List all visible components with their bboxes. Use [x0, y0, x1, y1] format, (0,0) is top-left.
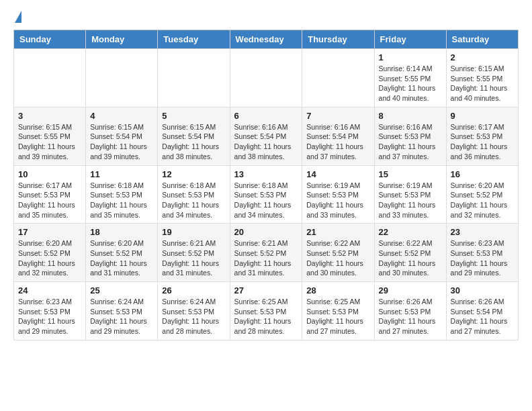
day-info: Sunrise: 6:24 AMSunset: 5:53 PMDaylight:…: [90, 297, 153, 336]
calendar-header-sunday: Sunday: [14, 30, 86, 49]
day-info: Sunrise: 6:22 AMSunset: 5:52 PMDaylight:…: [306, 238, 369, 278]
calendar-day-8: 8Sunrise: 6:16 AMSunset: 5:53 PMDaylight…: [374, 107, 446, 165]
calendar-empty-cell: [158, 49, 230, 107]
day-info: Sunrise: 6:19 AMSunset: 5:53 PMDaylight:…: [379, 181, 442, 220]
day-number: 12: [162, 169, 225, 179]
day-number: 9: [451, 111, 514, 121]
day-number: 18: [90, 227, 153, 237]
page-header: [13, 13, 519, 23]
day-number: 8: [379, 111, 442, 121]
calendar-day-1: 1Sunrise: 6:14 AMSunset: 5:55 PMDaylight…: [374, 49, 446, 107]
calendar-day-23: 23Sunrise: 6:23 AMSunset: 5:53 PMDayligh…: [446, 224, 518, 282]
day-info: Sunrise: 6:15 AMSunset: 5:55 PMDaylight:…: [18, 122, 81, 162]
day-info: Sunrise: 6:20 AMSunset: 5:52 PMDaylight:…: [90, 238, 153, 278]
calendar-day-24: 24Sunrise: 6:23 AMSunset: 5:53 PMDayligh…: [14, 282, 86, 340]
calendar-empty-cell: [230, 49, 302, 107]
day-number: 10: [18, 169, 81, 179]
day-info: Sunrise: 6:21 AMSunset: 5:52 PMDaylight:…: [162, 238, 225, 278]
day-info: Sunrise: 6:24 AMSunset: 5:53 PMDaylight:…: [162, 297, 225, 336]
day-info: Sunrise: 6:15 AMSunset: 5:54 PMDaylight:…: [90, 122, 153, 162]
day-info: Sunrise: 6:23 AMSunset: 5:53 PMDaylight:…: [18, 297, 81, 336]
day-info: Sunrise: 6:18 AMSunset: 5:53 PMDaylight:…: [162, 181, 225, 220]
day-info: Sunrise: 6:20 AMSunset: 5:52 PMDaylight:…: [18, 238, 81, 278]
day-number: 30: [451, 285, 514, 295]
calendar-day-12: 12Sunrise: 6:18 AMSunset: 5:53 PMDayligh…: [158, 165, 230, 224]
day-number: 2: [451, 52, 514, 62]
day-number: 29: [379, 285, 442, 295]
calendar-day-19: 19Sunrise: 6:21 AMSunset: 5:52 PMDayligh…: [158, 224, 230, 282]
calendar-day-25: 25Sunrise: 6:24 AMSunset: 5:53 PMDayligh…: [86, 282, 158, 340]
calendar-day-11: 11Sunrise: 6:18 AMSunset: 5:53 PMDayligh…: [86, 165, 158, 224]
day-number: 17: [18, 227, 81, 237]
day-info: Sunrise: 6:15 AMSunset: 5:54 PMDaylight:…: [162, 122, 225, 162]
calendar-header-thursday: Thursday: [302, 30, 374, 49]
day-info: Sunrise: 6:18 AMSunset: 5:53 PMDaylight:…: [234, 181, 298, 220]
calendar-empty-cell: [14, 49, 86, 107]
day-info: Sunrise: 6:25 AMSunset: 5:53 PMDaylight:…: [306, 297, 369, 336]
day-number: 1: [379, 52, 442, 62]
day-info: Sunrise: 6:23 AMSunset: 5:53 PMDaylight:…: [451, 238, 514, 278]
calendar-header-friday: Friday: [374, 30, 446, 49]
calendar-day-6: 6Sunrise: 6:16 AMSunset: 5:54 PMDaylight…: [230, 107, 302, 165]
day-number: 14: [306, 169, 369, 179]
day-number: 6: [234, 111, 298, 121]
day-number: 26: [162, 285, 225, 295]
calendar-table: SundayMondayTuesdayWednesdayThursdayFrid…: [13, 30, 519, 340]
day-info: Sunrise: 6:16 AMSunset: 5:54 PMDaylight:…: [234, 122, 298, 162]
day-info: Sunrise: 6:26 AMSunset: 5:53 PMDaylight:…: [379, 297, 442, 336]
calendar-day-14: 14Sunrise: 6:19 AMSunset: 5:53 PMDayligh…: [302, 165, 374, 224]
day-number: 22: [379, 227, 442, 237]
calendar-day-22: 22Sunrise: 6:22 AMSunset: 5:52 PMDayligh…: [374, 224, 446, 282]
calendar-day-30: 30Sunrise: 6:26 AMSunset: 5:54 PMDayligh…: [446, 282, 518, 340]
calendar-header-saturday: Saturday: [446, 30, 518, 49]
day-number: 27: [234, 285, 298, 295]
day-number: 7: [306, 111, 369, 121]
day-info: Sunrise: 6:20 AMSunset: 5:52 PMDaylight:…: [451, 181, 514, 220]
calendar-week-row: 1Sunrise: 6:14 AMSunset: 5:55 PMDaylight…: [14, 49, 519, 107]
calendar-day-2: 2Sunrise: 6:15 AMSunset: 5:55 PMDaylight…: [446, 49, 518, 107]
logo-triangle-icon: [15, 11, 21, 23]
calendar-day-17: 17Sunrise: 6:20 AMSunset: 5:52 PMDayligh…: [14, 224, 86, 282]
calendar-day-3: 3Sunrise: 6:15 AMSunset: 5:55 PMDaylight…: [14, 107, 86, 165]
day-number: 16: [451, 169, 514, 179]
calendar-day-16: 16Sunrise: 6:20 AMSunset: 5:52 PMDayligh…: [446, 165, 518, 224]
day-number: 15: [379, 169, 442, 179]
day-info: Sunrise: 6:17 AMSunset: 5:53 PMDaylight:…: [18, 181, 81, 220]
day-info: Sunrise: 6:19 AMSunset: 5:53 PMDaylight:…: [306, 181, 369, 220]
calendar-empty-cell: [302, 49, 374, 107]
calendar-header-monday: Monday: [86, 30, 158, 49]
calendar-day-5: 5Sunrise: 6:15 AMSunset: 5:54 PMDaylight…: [158, 107, 230, 165]
day-info: Sunrise: 6:25 AMSunset: 5:53 PMDaylight:…: [234, 297, 298, 336]
day-info: Sunrise: 6:21 AMSunset: 5:52 PMDaylight:…: [234, 238, 298, 278]
calendar-week-row: 17Sunrise: 6:20 AMSunset: 5:52 PMDayligh…: [14, 224, 519, 282]
calendar-day-4: 4Sunrise: 6:15 AMSunset: 5:54 PMDaylight…: [86, 107, 158, 165]
day-info: Sunrise: 6:26 AMSunset: 5:54 PMDaylight:…: [451, 297, 514, 336]
calendar-day-9: 9Sunrise: 6:17 AMSunset: 5:53 PMDaylight…: [446, 107, 518, 165]
day-info: Sunrise: 6:14 AMSunset: 5:55 PMDaylight:…: [379, 64, 442, 103]
calendar-day-15: 15Sunrise: 6:19 AMSunset: 5:53 PMDayligh…: [374, 165, 446, 224]
day-number: 4: [90, 111, 153, 121]
calendar-header-row: SundayMondayTuesdayWednesdayThursdayFrid…: [14, 30, 519, 49]
calendar-day-27: 27Sunrise: 6:25 AMSunset: 5:53 PMDayligh…: [230, 282, 302, 340]
calendar-empty-cell: [86, 49, 158, 107]
calendar-day-10: 10Sunrise: 6:17 AMSunset: 5:53 PMDayligh…: [14, 165, 86, 224]
calendar-day-21: 21Sunrise: 6:22 AMSunset: 5:52 PMDayligh…: [302, 224, 374, 282]
calendar-day-28: 28Sunrise: 6:25 AMSunset: 5:53 PMDayligh…: [302, 282, 374, 340]
calendar-day-18: 18Sunrise: 6:20 AMSunset: 5:52 PMDayligh…: [86, 224, 158, 282]
day-info: Sunrise: 6:15 AMSunset: 5:55 PMDaylight:…: [451, 64, 514, 103]
day-number: 3: [18, 111, 81, 121]
day-info: Sunrise: 6:16 AMSunset: 5:53 PMDaylight:…: [379, 122, 442, 162]
day-number: 23: [451, 227, 514, 237]
day-number: 19: [162, 227, 225, 237]
day-number: 21: [306, 227, 369, 237]
day-number: 11: [90, 169, 153, 179]
day-info: Sunrise: 6:17 AMSunset: 5:53 PMDaylight:…: [451, 122, 514, 162]
day-info: Sunrise: 6:16 AMSunset: 5:54 PMDaylight:…: [306, 122, 369, 162]
calendar-week-row: 10Sunrise: 6:17 AMSunset: 5:53 PMDayligh…: [14, 165, 519, 224]
day-number: 13: [234, 169, 298, 179]
day-number: 20: [234, 227, 298, 237]
day-number: 5: [162, 111, 225, 121]
calendar-header-tuesday: Tuesday: [158, 30, 230, 49]
day-info: Sunrise: 6:18 AMSunset: 5:53 PMDaylight:…: [90, 181, 153, 220]
logo: [13, 13, 21, 23]
